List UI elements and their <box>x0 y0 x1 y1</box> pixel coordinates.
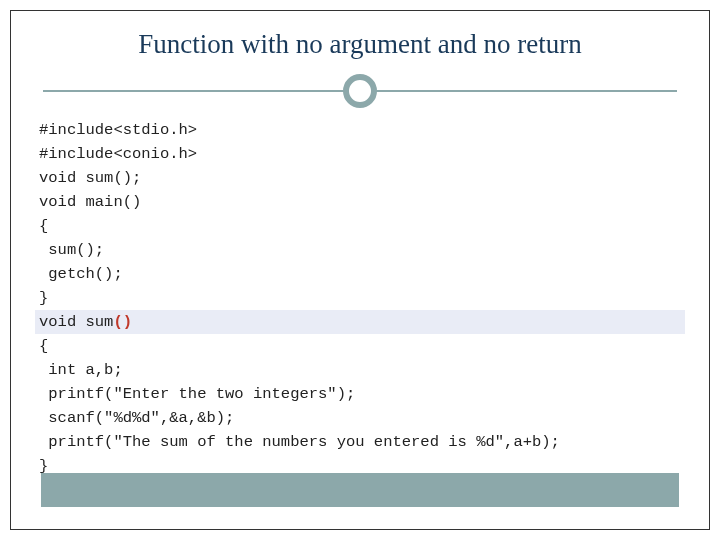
code-line-highlighted: void sum() <box>35 310 685 334</box>
code-line: sum(); <box>39 238 681 262</box>
code-line: void sum(); <box>39 166 681 190</box>
slide-frame: Function with no argument and no return … <box>10 10 710 530</box>
code-parens: () <box>113 313 132 331</box>
code-line: scanf("%d%d",&a,&b); <box>39 406 681 430</box>
code-line: { <box>39 334 681 358</box>
code-line: #include<stdio.h> <box>39 118 681 142</box>
code-line: void main() <box>39 190 681 214</box>
slide-title: Function with no argument and no return <box>11 11 709 72</box>
divider-circle-icon <box>343 74 377 108</box>
footer-bar <box>41 473 679 507</box>
code-line: #include<conio.h> <box>39 142 681 166</box>
code-line: } <box>39 286 681 310</box>
title-divider <box>11 72 709 112</box>
code-block: #include<stdio.h> #include<conio.h> void… <box>39 118 681 478</box>
code-line: printf("Enter the two integers"); <box>39 382 681 406</box>
code-line: { <box>39 214 681 238</box>
code-line: printf("The sum of the numbers you enter… <box>39 430 681 454</box>
code-text: void sum <box>39 313 113 331</box>
code-line: getch(); <box>39 262 681 286</box>
code-line: int a,b; <box>39 358 681 382</box>
